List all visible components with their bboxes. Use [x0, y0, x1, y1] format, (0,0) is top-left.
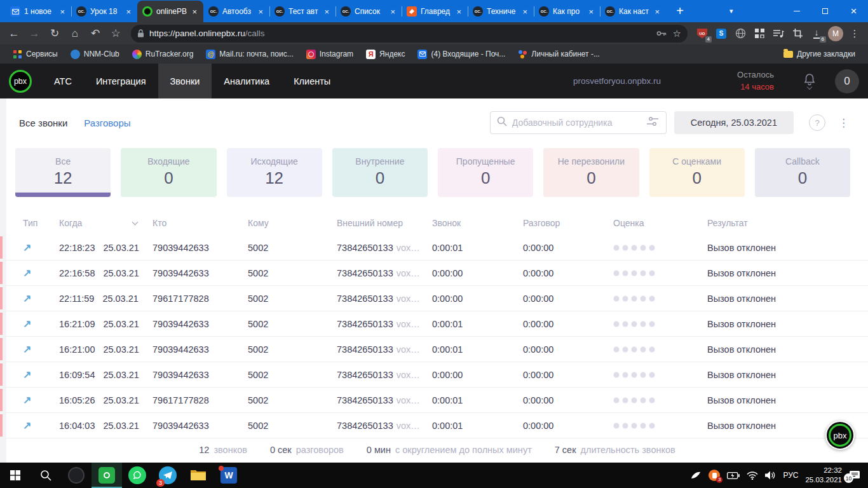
tab-close-icon[interactable]: ×	[389, 7, 397, 17]
volume-icon[interactable]	[765, 471, 776, 480]
tray-orange-app-icon[interactable]: 3	[709, 470, 720, 481]
employee-search[interactable]	[490, 111, 667, 134]
language-indicator[interactable]: РУС	[783, 471, 798, 480]
back-button[interactable]: ←	[5, 25, 23, 43]
help-icon[interactable]: ?	[809, 114, 825, 131]
new-tab-button[interactable]: +	[671, 4, 689, 18]
filter-card-internal[interactable]: Внутренние0	[332, 148, 428, 197]
word-icon[interactable]: W	[214, 463, 244, 488]
window-restore-button[interactable]	[811, 0, 839, 22]
rating-dots-icon[interactable]	[607, 268, 701, 278]
pbx-logo[interactable]: pbx	[9, 70, 32, 93]
call-row[interactable]: ↗ 16:09:5425.03.21 79039442633 5002 7384…	[6, 362, 868, 388]
filter-card-all[interactable]: Все12	[15, 148, 111, 197]
filter-card-not-called-back[interactable]: Не перезвонили0	[543, 148, 639, 197]
bookmark-page-star-icon[interactable]: ☆	[673, 28, 681, 39]
playlist-extension-icon[interactable]	[770, 25, 787, 42]
call-row[interactable]: ↗ 16:21:0925.03.21 79039442633 5002 7384…	[6, 311, 868, 337]
bookmark-item[interactable]: NNM-Club	[65, 48, 125, 61]
bookmark-item[interactable]: Instagram	[301, 48, 358, 61]
date-picker-button[interactable]: Сегодня, 25.03.2021	[674, 111, 794, 134]
browser-tab[interactable]: GC.Техниче×	[468, 1, 534, 22]
browser-menu-icon[interactable]: ⋮	[846, 25, 863, 42]
notification-center-icon[interactable]: 10	[849, 470, 863, 480]
profile-avatar[interactable]: M	[827, 25, 844, 42]
call-row[interactable]: ↗ 22:16:5825.03.21 79039442633 5002 7384…	[6, 261, 868, 286]
rating-dots-icon[interactable]	[607, 421, 701, 431]
adblock-extension-icon[interactable]: UO4	[694, 25, 710, 42]
tab-close-icon[interactable]: ×	[257, 7, 264, 17]
undo-extension-icon[interactable]: ↶	[86, 25, 104, 43]
bookmark-item[interactable]: Сервисы	[8, 48, 63, 61]
extensions-grid-icon[interactable]	[751, 25, 768, 42]
forward-button[interactable]: →	[25, 25, 43, 43]
taskbar-search-icon[interactable]	[31, 463, 61, 488]
tab-conversations[interactable]: Разговоры	[84, 118, 130, 128]
tab-search-caret-icon[interactable]: ▾	[729, 7, 733, 15]
skype-extension-icon[interactable]: S	[713, 25, 729, 42]
tab-close-icon[interactable]: ×	[125, 7, 132, 17]
browser-tab[interactable]: GC.Урок 18×	[71, 1, 137, 22]
bookmark-item[interactable]: (4) Входящие - Поч...	[412, 48, 510, 61]
browser-tab[interactable]: GC.Автообз×	[203, 1, 269, 22]
rating-dots-icon[interactable]	[607, 294, 701, 304]
browser-tab[interactable]: GC.Как наст×	[600, 1, 666, 22]
call-row[interactable]: ↗ 16:05:2625.03.21 79617177828 5002 7384…	[6, 388, 868, 413]
bookmark-item[interactable]: ЯЯндекс	[361, 48, 410, 61]
search-input[interactable]	[512, 118, 646, 128]
start-button[interactable]	[0, 463, 31, 488]
home-button[interactable]: ⌂	[66, 25, 84, 43]
screenshot-crop-icon[interactable]	[789, 25, 806, 42]
tab-close-icon[interactable]: ×	[323, 7, 330, 17]
bookmark-item[interactable]: @Mail.ru: почта, поис...	[201, 48, 298, 61]
nav-item-integration[interactable]: Интеграция	[84, 64, 158, 98]
system-clock[interactable]: 22:3225.03.2021	[805, 466, 842, 485]
whatsapp-icon[interactable]	[122, 463, 153, 488]
active-screenshot-app-icon[interactable]	[92, 463, 122, 488]
call-row[interactable]: ↗ 16:21:0025.03.21 79039442633 5002 7384…	[6, 337, 868, 362]
window-close-button[interactable]: ×	[839, 0, 868, 22]
tab-close-icon[interactable]: ×	[455, 7, 463, 17]
bookmark-star-icon[interactable]: ☆	[107, 25, 125, 43]
call-row[interactable]: ↗ 22:18:2325.03.21 79039442633 5002 7384…	[6, 235, 868, 261]
tab-close-icon[interactable]: ×	[521, 7, 529, 17]
call-row[interactable]: ↗ 16:04:0325.03.21 79039442633 5002 7384…	[6, 413, 868, 438]
filter-sliders-icon[interactable]	[646, 116, 660, 129]
pbx-floating-widget[interactable]: pbx	[825, 421, 855, 450]
telegram-icon[interactable]: 3	[153, 463, 183, 488]
reload-button[interactable]: ↻	[46, 25, 64, 43]
tab-close-icon[interactable]: ×	[58, 7, 66, 17]
nav-item-ats[interactable]: АТС	[42, 64, 84, 98]
rating-dots-icon[interactable]	[607, 344, 701, 355]
bookmark-item[interactable]: RuTracker.org	[127, 48, 199, 61]
nav-item-analytics[interactable]: Аналитика	[212, 64, 281, 98]
bookmark-item[interactable]: Личный кабинет -...	[513, 48, 605, 61]
browser-tab[interactable]: 1 новое×	[5, 1, 71, 22]
filter-card-incoming[interactable]: Входящие0	[121, 148, 216, 197]
wifi-icon[interactable]	[747, 471, 758, 480]
notifications-bell-icon[interactable]	[803, 73, 816, 89]
window-minimize-button[interactable]	[782, 0, 811, 22]
password-key-icon[interactable]	[656, 30, 667, 36]
col-when-sort[interactable]: Когда	[53, 218, 146, 228]
rating-dots-icon[interactable]	[607, 243, 701, 253]
tray-swoosh-icon[interactable]	[690, 470, 702, 480]
circle-app-icon[interactable]	[61, 463, 92, 488]
browser-tab[interactable]: GC.Как про×	[534, 1, 600, 22]
other-bookmarks-button[interactable]: Другие закладки	[778, 48, 860, 61]
nav-item-calls[interactable]: Звонки	[158, 64, 212, 98]
browser-tab[interactable]: Главред×	[402, 1, 468, 22]
nav-item-clients[interactable]: Клиенты	[281, 64, 342, 98]
tab-close-icon[interactable]: ×	[191, 7, 198, 17]
globe-extension-icon[interactable]	[732, 25, 749, 42]
tab-close-icon[interactable]: ×	[653, 7, 661, 17]
call-row[interactable]: ↗ 22:11:5925.03.21 79617177828 5002 7384…	[6, 286, 868, 311]
filter-card-callback[interactable]: Callback0	[755, 148, 850, 197]
tab-close-icon[interactable]: ×	[587, 7, 595, 17]
browser-tab[interactable]: GC.Список×	[336, 1, 402, 22]
rating-dots-icon[interactable]	[607, 370, 701, 380]
battery-icon[interactable]	[727, 472, 740, 479]
tab-all-calls[interactable]: Все звонки	[19, 118, 67, 128]
rating-dots-icon[interactable]	[607, 395, 701, 405]
account-domain[interactable]: prosvetforyou.onpbx.ru	[573, 76, 661, 86]
